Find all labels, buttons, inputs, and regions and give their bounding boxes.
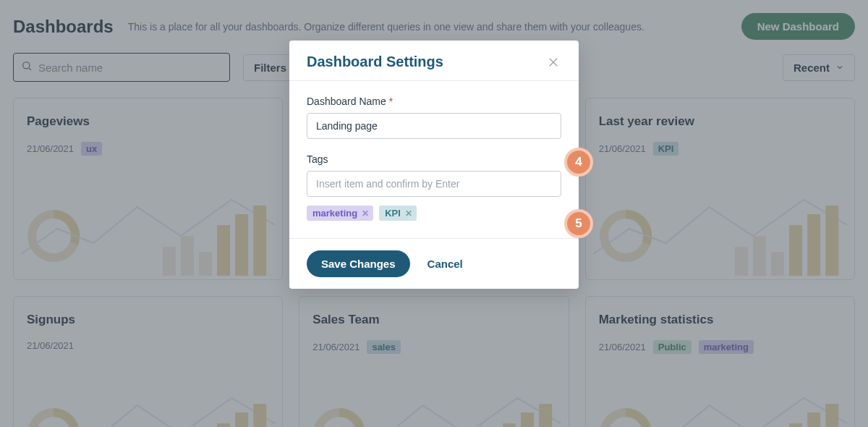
dashboard-settings-modal: Dashboard Settings Dashboard Name * Tags… [289, 41, 579, 289]
tag-chip-label: KPI [385, 208, 401, 219]
remove-tag-icon[interactable]: ✕ [405, 209, 412, 218]
annotation-marker: 4 [564, 148, 593, 177]
cancel-button[interactable]: Cancel [427, 258, 463, 270]
remove-tag-icon[interactable]: ✕ [362, 209, 369, 218]
tag-chip: KPI✕ [379, 206, 417, 221]
tags-label: Tags [307, 153, 561, 165]
tag-chip-label: marketing [312, 208, 357, 219]
modal-title: Dashboard Settings [307, 54, 443, 70]
modal-overlay: Dashboard Settings Dashboard Name * Tags… [0, 0, 868, 427]
dashboard-name-label: Dashboard Name * [307, 96, 561, 107]
tag-chip: marketing✕ [307, 206, 373, 221]
save-button[interactable]: Save Changes [307, 250, 410, 277]
dashboard-name-input[interactable] [307, 113, 561, 139]
tags-input[interactable] [307, 171, 561, 197]
close-icon[interactable] [545, 54, 561, 70]
annotation-marker: 5 [564, 209, 593, 238]
